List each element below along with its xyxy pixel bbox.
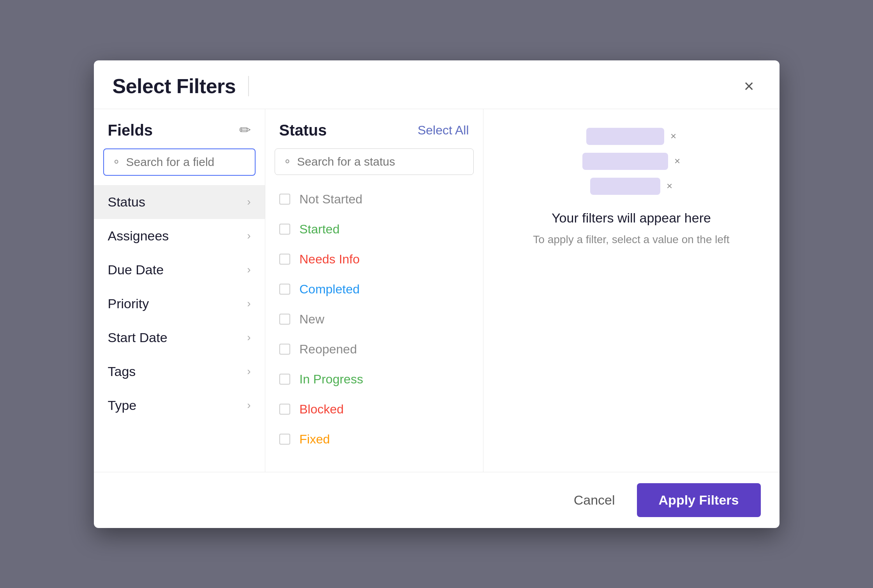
status-item[interactable]: Reopened (265, 334, 483, 364)
field-item[interactable]: Type› (94, 388, 265, 422)
status-checkbox[interactable] (279, 404, 290, 415)
field-search-container[interactable]: ⚬ (103, 148, 256, 176)
status-label: Started (300, 222, 340, 237)
field-item[interactable]: Priority› (94, 287, 265, 321)
filters-panel: × × × Your filters will appear here To a… (483, 109, 780, 472)
edit-icon: ✏ (239, 122, 251, 138)
field-item-label: Assignees (108, 228, 169, 244)
field-item-label: Due Date (108, 262, 164, 277)
chevron-right-icon: › (247, 263, 250, 276)
field-item[interactable]: Due Date› (94, 253, 265, 287)
status-checkbox[interactable] (279, 434, 290, 445)
chevron-right-icon: › (247, 365, 250, 378)
fields-panel: Fields ✏ ⚬ Status›Assignees›Due Date›Pri… (94, 109, 265, 472)
status-item[interactable]: Needs Info (265, 244, 483, 274)
status-item[interactable]: In Progress (265, 364, 483, 394)
modal-title: Select Filters (113, 74, 236, 98)
filter-placeholder-row-1: × (586, 128, 676, 145)
close-button[interactable]: × (737, 74, 761, 98)
status-checkbox[interactable] (279, 194, 290, 205)
modal-footer: Cancel Apply Filters (94, 472, 780, 528)
status-label: In Progress (300, 372, 363, 387)
status-label: Fixed (300, 432, 330, 447)
status-item[interactable]: Not Started (265, 184, 483, 214)
status-search-container[interactable]: ⚬ (275, 148, 474, 175)
status-list: Not Started Started Needs Info Completed… (265, 184, 483, 459)
chevron-right-icon: › (247, 331, 250, 344)
field-item-label: Status (108, 194, 145, 210)
field-item[interactable]: Start Date› (94, 321, 265, 355)
status-search-icon: ⚬ (283, 155, 292, 168)
status-label: Not Started (300, 192, 363, 207)
field-item-label: Start Date (108, 330, 168, 345)
cancel-button[interactable]: Cancel (561, 485, 628, 516)
filter-close-1[interactable]: × (670, 130, 676, 142)
filter-close-2[interactable]: × (674, 155, 680, 167)
status-item[interactable]: Completed (265, 274, 483, 304)
status-checkbox[interactable] (279, 254, 290, 265)
status-item[interactable]: Duplicate (265, 454, 483, 459)
title-divider (248, 76, 249, 96)
status-item[interactable]: Started (265, 214, 483, 244)
modal-body: Fields ✏ ⚬ Status›Assignees›Due Date›Pri… (94, 109, 780, 472)
filter-placeholder-row-3: × (590, 178, 672, 195)
modal-overlay: Select Filters × Fields ✏ ⚬ (0, 0, 873, 588)
filters-empty-title: Your filters will appear here (552, 210, 711, 226)
status-label: New (300, 312, 325, 327)
search-icon: ⚬ (112, 155, 121, 168)
status-search-wrapper: ⚬ (265, 148, 483, 184)
status-label: Reopened (300, 342, 357, 357)
fields-title: Fields (108, 122, 153, 139)
status-checkbox[interactable] (279, 314, 290, 325)
status-panel-header: Status Select All (265, 122, 483, 148)
status-item[interactable]: New (265, 304, 483, 334)
field-search-wrapper: ⚬ (94, 148, 265, 185)
field-search-input[interactable] (126, 155, 247, 169)
filter-pill-1 (586, 128, 664, 145)
status-item[interactable]: Fixed (265, 424, 483, 454)
status-panel: Status Select All ⚬ Not Started Started (265, 109, 483, 472)
modal-header: Select Filters × (94, 60, 780, 109)
status-checkbox[interactable] (279, 284, 290, 295)
field-item[interactable]: Status› (94, 185, 265, 219)
field-item[interactable]: Tags› (94, 355, 265, 388)
chevron-right-icon: › (247, 399, 250, 411)
status-checkbox[interactable] (279, 374, 290, 385)
chevron-right-icon: › (247, 196, 250, 208)
filter-close-3[interactable]: × (667, 180, 672, 192)
filters-empty-desc: To apply a filter, select a value on the… (533, 233, 729, 246)
status-checkbox[interactable] (279, 344, 290, 355)
field-item-label: Tags (108, 364, 136, 379)
select-filters-modal: Select Filters × Fields ✏ ⚬ (94, 60, 780, 528)
status-title: Status (279, 122, 327, 139)
field-item-label: Type (108, 398, 137, 413)
status-search-input[interactable] (297, 155, 466, 168)
chevron-right-icon: › (247, 230, 250, 242)
fields-list: Status›Assignees›Due Date›Priority›Start… (94, 185, 265, 459)
field-item-label: Priority (108, 296, 149, 311)
select-all-button[interactable]: Select All (418, 123, 469, 138)
status-label: Needs Info (300, 252, 360, 267)
fields-panel-header: Fields ✏ (94, 122, 265, 148)
chevron-right-icon: › (247, 297, 250, 310)
status-item[interactable]: Blocked (265, 394, 483, 424)
filter-pill-2 (582, 153, 668, 170)
filter-pill-3 (590, 178, 660, 195)
filter-placeholder-row-2: × (582, 153, 680, 170)
filter-placeholders: × × × (502, 128, 761, 195)
status-checkbox[interactable] (279, 224, 290, 235)
status-label: Blocked (300, 402, 344, 417)
edit-fields-button[interactable]: ✏ (239, 122, 251, 138)
apply-filters-button[interactable]: Apply Filters (637, 483, 761, 517)
field-item[interactable]: Assignees› (94, 219, 265, 253)
status-label: Completed (300, 282, 360, 297)
